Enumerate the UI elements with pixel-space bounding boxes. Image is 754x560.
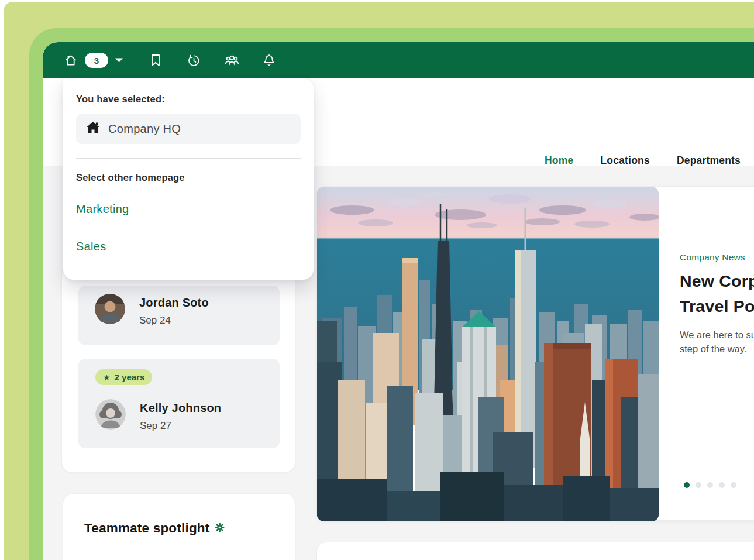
next-section-card xyxy=(316,542,754,560)
bookmark-icon[interactable] xyxy=(150,54,161,67)
person-date: Sep 24 xyxy=(139,315,171,327)
news-carousel-card[interactable]: Company News New Corporate Travel Policy… xyxy=(316,186,754,521)
divider xyxy=(76,158,301,159)
dropdown-other-heading: Select other homepage xyxy=(76,172,301,183)
carousel-dot[interactable] xyxy=(707,482,713,488)
star-icon: ★ xyxy=(103,373,111,382)
news-hero-image[interactable] xyxy=(317,187,659,521)
skyline-foreground xyxy=(317,472,659,521)
news-body: We are here to support you every step of… xyxy=(680,328,754,356)
person-date: Sep 27 xyxy=(140,420,171,432)
celebration-item[interactable]: Jordan Soto Sep 24 xyxy=(78,286,280,345)
anniversary-badge: ★ 2 years xyxy=(95,369,152,385)
top-bar: 3 xyxy=(43,42,754,78)
main-nav: Home Locations Departments xyxy=(545,154,741,167)
spotlight-title: Teammate spotlight xyxy=(84,521,209,536)
home-icon[interactable] xyxy=(64,53,78,67)
app-screenshot: 3 xyxy=(0,0,754,560)
teammate-spotlight-card: Teammate spotlight xyxy=(63,493,295,560)
news-eyebrow: Company News xyxy=(680,252,745,263)
nav-item-home[interactable]: Home xyxy=(545,154,573,167)
person-name: Kelly Johnson xyxy=(140,401,221,415)
carousel-dot[interactable] xyxy=(696,482,701,488)
history-icon[interactable] xyxy=(187,54,201,67)
avatar xyxy=(95,294,125,324)
homepage-dropdown: You have selected: Company HQ Select oth… xyxy=(63,78,314,280)
carousel-dot[interactable] xyxy=(731,482,736,488)
chevron-down-icon[interactable] xyxy=(115,58,123,63)
people-icon[interactable] xyxy=(224,53,240,67)
person-name: Jordan Soto xyxy=(139,296,209,310)
carousel-dot[interactable] xyxy=(684,482,690,488)
avatar xyxy=(95,399,126,430)
news-title: New Corporate Travel Policy xyxy=(680,269,754,319)
homepage-option-sales[interactable]: Sales xyxy=(76,240,301,253)
celebration-item[interactable]: ★ 2 years Kelly Johnson Sep 27 xyxy=(78,359,280,448)
carousel-dot[interactable] xyxy=(719,482,725,488)
bell-icon[interactable] xyxy=(263,54,275,67)
gear-icon[interactable] xyxy=(215,523,225,535)
selected-homepage-option[interactable]: Company HQ xyxy=(76,114,301,144)
homepage-count-badge[interactable]: 3 xyxy=(85,53,108,68)
nav-item-departments[interactable]: Departments xyxy=(677,154,741,167)
carousel-dots xyxy=(684,482,736,488)
selected-homepage-label: Company HQ xyxy=(108,122,181,136)
home-solid-icon xyxy=(86,121,100,136)
dropdown-selected-heading: You have selected: xyxy=(76,94,301,105)
homepage-option-marketing[interactable]: Marketing xyxy=(76,202,301,216)
nav-item-locations[interactable]: Locations xyxy=(600,154,649,167)
celebrations-card: Jordan Soto Sep 24 ★ 2 years Kelly Johns… xyxy=(61,264,295,473)
